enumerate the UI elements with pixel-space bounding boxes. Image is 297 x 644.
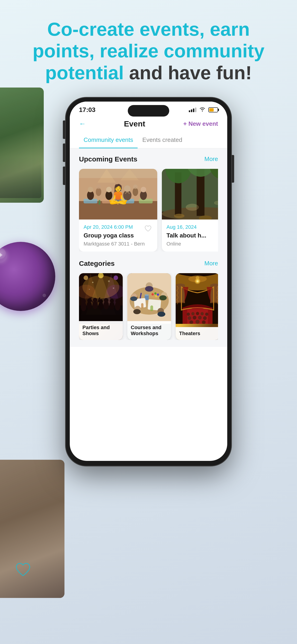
svg-point-33 [174,214,184,218]
svg-rect-15 [98,200,100,204]
header-line2: points, realize community [33,40,264,61]
svg-point-10 [106,187,112,192]
svg-point-102 [196,312,199,315]
svg-point-72 [152,293,154,296]
battery-fill [209,108,214,112]
svg-point-85 [158,312,165,317]
signal-bar-3 [193,108,194,112]
svg-point-83 [159,295,167,300]
tabs-container: Community events Events created [70,128,227,148]
category-label-parties: Parties and Shows [79,321,123,340]
svg-point-14 [141,187,146,192]
svg-point-44 [114,276,118,280]
app-content: Upcoming Events More [70,148,227,347]
event-location-yoga: Marktgasse 67 3011 - Bern [84,241,153,247]
svg-point-65 [115,299,120,303]
svg-point-59 [99,299,103,303]
upcoming-events-more[interactable]: More [204,156,218,162]
svg-rect-77 [145,294,148,296]
categories-more[interactable]: More [204,260,218,267]
phone-screen: 17:03 [70,102,227,461]
svg-rect-6 [139,199,153,204]
svg-point-101 [191,312,194,315]
event-name-yoga: Group yoga class [84,232,153,239]
svg-rect-2 [79,201,157,220]
svg-point-0 [202,110,203,112]
svg-point-18 [96,184,101,189]
tab-community-events[interactable]: Community events [79,133,138,148]
event-card-talk[interactable]: Aug 16, 2024 Talk about h... Online [162,169,218,252]
event-location-talk: Online [166,241,218,247]
svg-point-55 [93,298,98,302]
svg-rect-112 [192,307,203,308]
tab-community-events-label: Community events [84,136,133,143]
svg-point-46 [108,280,110,282]
svg-point-100 [187,312,190,316]
svg-point-97 [196,280,198,282]
new-event-button[interactable]: + New event [183,120,218,127]
categories-section: Categories More [79,260,218,340]
svg-point-63 [110,299,114,303]
svg-point-106 [193,316,196,320]
svg-rect-91 [141,303,144,308]
header-section: Co-create events, earn points, realize c… [0,0,297,98]
category-card-theaters[interactable]: Theaters [176,273,218,340]
svg-rect-90 [150,306,153,311]
event-card-yoga[interactable]: Apr 20, 2024 6:00 PM Group yoga class Ma… [79,169,157,252]
svg-point-107 [198,316,202,320]
header-line3-dark: and have fun! [124,62,252,83]
category-card-parties[interactable]: Parties and Shows [79,273,123,340]
svg-point-20 [115,184,119,189]
svg-point-9 [106,191,112,200]
wifi-icon [199,107,206,113]
svg-rect-16 [117,200,119,204]
tab-events-created[interactable]: Events created [138,133,187,148]
signal-bars [189,108,196,112]
svg-point-47 [89,289,90,290]
category-label-theaters: Theaters [176,327,218,340]
svg-point-87 [133,309,141,314]
category-card-courses[interactable]: Courses and Workshops [127,273,171,340]
event-card-body-talk: Aug 16, 2024 Talk about h... Online [162,220,218,252]
svg-point-89 [130,296,137,301]
events-scroll: Apr 20, 2024 6:00 PM Group yoga class Ma… [79,169,218,252]
heart-icon-bottom [14,561,32,580]
back-button[interactable]: ← [79,120,86,128]
signal-bar-1 [189,110,190,112]
upcoming-events-title: Upcoming Events [79,155,137,163]
svg-point-105 [188,316,191,320]
svg-point-42 [84,276,88,280]
svg-point-74 [157,294,159,296]
svg-point-45 [92,282,94,283]
categories-title: Categories [79,260,115,268]
event-date-yoga: Apr 20, 2024 6:00 PM [84,224,153,230]
svg-point-110 [196,320,200,324]
svg-point-12 [124,186,130,192]
svg-point-108 [203,316,207,320]
category-label-courses: Courses and Workshops [127,321,171,340]
phone-wrapper: 17:03 [0,98,297,466]
svg-point-81 [145,286,153,292]
header-title: Co-create events, earn points, realize c… [18,18,278,84]
svg-point-103 [200,312,204,315]
event-card-body-yoga: Apr 20, 2024 6:00 PM Group yoga class Ma… [79,220,157,252]
svg-point-51 [81,299,86,304]
categories-grid: Parties and Shows [79,273,218,340]
svg-point-48 [113,288,114,289]
svg-rect-5 [120,199,134,204]
heart-button-yoga[interactable] [144,224,153,233]
svg-point-8 [88,187,93,192]
svg-rect-23 [79,169,157,178]
upcoming-events-header: Upcoming Events More [79,155,218,163]
svg-point-104 [205,312,208,316]
event-date-talk: Aug 16, 2024 [166,224,218,230]
tab-events-created-label: Events created [142,136,182,143]
header-line3-cyan: potential [45,62,124,83]
dynamic-island [128,105,169,116]
signal-bar-2 [191,110,192,112]
svg-point-11 [123,190,132,200]
event-image-forest [162,169,218,220]
status-icons [189,107,218,113]
svg-rect-4 [102,199,116,204]
signal-bar-4 [195,108,196,112]
